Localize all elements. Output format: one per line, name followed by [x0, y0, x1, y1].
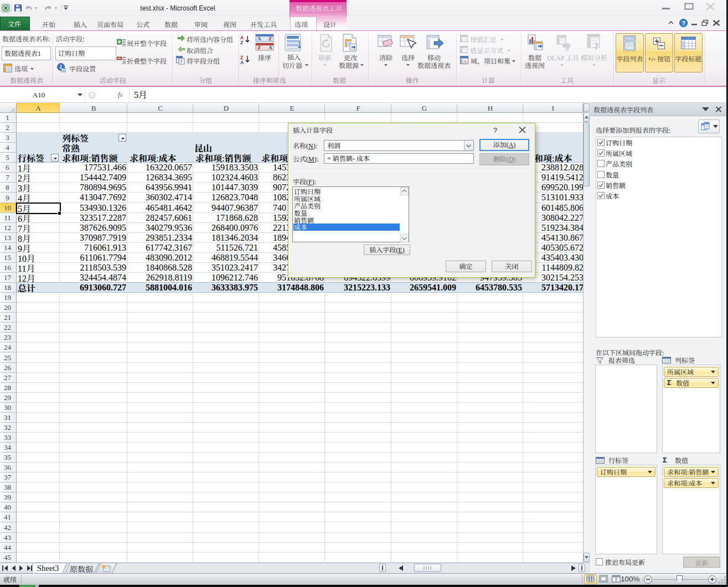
svg-text:?: ?: [682, 20, 686, 27]
svg-text:7: 7: [180, 59, 183, 64]
svg-text:Z: Z: [240, 40, 243, 45]
svg-text:A: A: [257, 36, 261, 41]
svg-text:A: A: [240, 60, 244, 65]
svg-text:?: ?: [594, 41, 598, 51]
svg-text:A: A: [269, 45, 272, 50]
svg-text:Z: Z: [269, 36, 272, 41]
svg-text:fx: fx: [565, 46, 569, 51]
svg-text:fx: fx: [463, 59, 467, 64]
svg-text:Z: Z: [257, 45, 261, 50]
